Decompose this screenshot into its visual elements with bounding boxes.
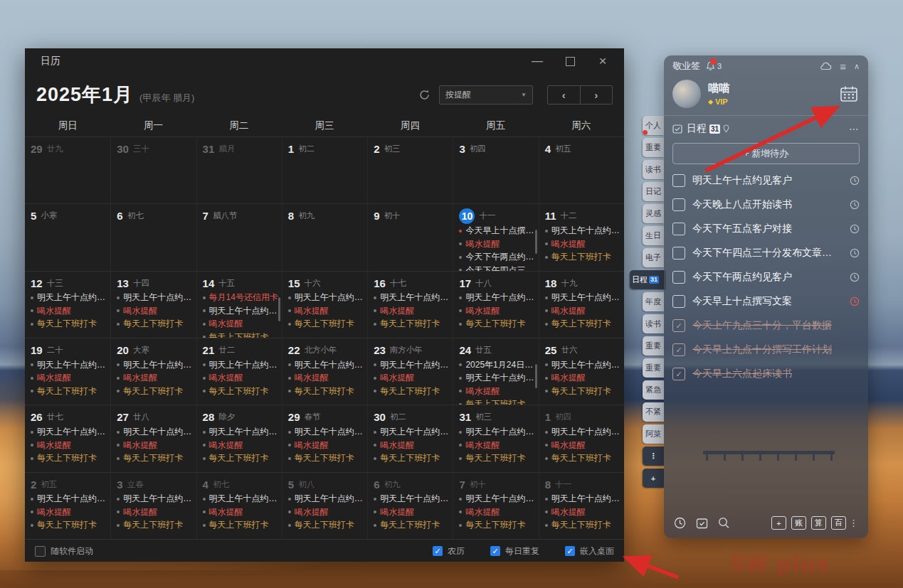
calendar-event[interactable]: 喝水提醒 xyxy=(545,237,621,251)
calendar-event[interactable]: 每天上下班打卡 xyxy=(288,519,364,533)
calendar-event[interactable]: 每天上下班打卡 xyxy=(374,519,449,533)
note-tab-+[interactable]: + xyxy=(643,469,664,488)
todo-item[interactable]: ✓今天上午九点三十分，平台数据 xyxy=(664,314,868,338)
todo-checkbox[interactable]: ✓ xyxy=(672,343,685,356)
calendar-event[interactable]: 每天上下班打卡 xyxy=(117,318,192,331)
section-more-button[interactable]: ⋯ xyxy=(849,123,860,134)
day-cell[interactable]: 10十一今天早上十点撰…喝水提醒今天下午两点约…今天下午四点三… xyxy=(453,203,538,270)
calendar-event[interactable]: 明天上午十点约… xyxy=(31,292,107,305)
calendar-event[interactable]: 每月14号还信用卡 xyxy=(203,292,278,305)
day-cell[interactable]: 5小寒 xyxy=(25,203,110,270)
calendar-event[interactable]: 明天上午十点约… xyxy=(288,292,364,305)
day-cell[interactable]: 23南方小年明天上午十点约…喝水提醒每天上下班打卡 xyxy=(367,338,453,405)
calendar-event[interactable]: 喝水提醒 xyxy=(459,506,534,519)
cloud-sync-icon[interactable] xyxy=(819,62,832,70)
day-cell[interactable]: 17十八明天上午十点约…喝水提醒每天上下班打卡 xyxy=(453,271,538,338)
add-todo-button[interactable]: + 新增待办 xyxy=(672,143,860,164)
avatar[interactable] xyxy=(672,80,701,108)
calendar-event[interactable]: 喝水提醒 xyxy=(117,372,192,385)
day-cell[interactable]: 31初三明天上午十点约…喝水提醒每天上下班打卡 xyxy=(453,405,538,471)
todo-item[interactable]: 今天早上十点撰写文案 xyxy=(664,289,868,314)
calendar-event[interactable]: 喝水提醒 xyxy=(31,372,107,385)
day-cell[interactable]: 22北方小年明天上午十点约…喝水提醒每天上下班打卡 xyxy=(282,338,367,405)
calendar-event[interactable]: 每天上下班打卡 xyxy=(374,318,449,331)
todo-item[interactable]: 明天上午十点约见客户 xyxy=(664,169,868,193)
note-tab-电子[interactable]: 电子 xyxy=(643,248,664,267)
calendar-event[interactable]: 喝水提醒 xyxy=(545,372,621,385)
day-cell[interactable]: 4初七明天上午十点约…喝水提醒每天上下班打卡 xyxy=(196,472,282,539)
note-tab-读书[interactable]: 读书 xyxy=(643,314,664,333)
note-tab-生日[interactable]: 生日 xyxy=(643,226,664,245)
calendar-event[interactable]: 明天上午十点约… xyxy=(545,425,621,439)
calendar-event[interactable]: 喝水提醒 xyxy=(117,506,192,519)
day-cell[interactable]: 14十五每月14号还信用卡明天上午十点约…喝水提醒每天上下班打卡 xyxy=(196,271,282,338)
toolbar-more-button[interactable]: ⋮ xyxy=(849,518,858,528)
notification-bell[interactable] xyxy=(706,61,715,71)
calendar-event[interactable]: 每天上下班打卡 xyxy=(31,451,107,465)
note-tab-⋮[interactable]: ⋮ xyxy=(643,447,664,466)
note-tab-阿菜[interactable]: 阿菜 xyxy=(643,424,664,444)
day-cell[interactable]: 8初九 xyxy=(282,203,367,270)
cell-scrollbar[interactable] xyxy=(535,230,537,254)
day-cell[interactable]: 2初五明天上午十点约…喝水提醒每天上下班打卡 xyxy=(25,472,110,539)
calendar-event[interactable]: 喝水提醒 xyxy=(203,318,278,331)
day-cell[interactable]: 5初八明天上午十点约…喝水提醒每天上下班打卡 xyxy=(282,472,367,539)
calendar-event[interactable]: 喝水提醒 xyxy=(31,439,107,452)
note-tab-重要[interactable]: 重要 xyxy=(643,138,664,157)
calendar-event[interactable]: 喝水提醒 xyxy=(203,506,278,519)
calendar-event[interactable]: 今天下午四点三… xyxy=(459,264,534,271)
calendar-event[interactable]: 喝水提醒 xyxy=(545,304,621,318)
calendar-event[interactable]: 喝水提醒 xyxy=(203,439,278,452)
day-cell[interactable]: 30初二明天上午十点约…喝水提醒每天上下班打卡 xyxy=(367,405,453,471)
calendar-event[interactable]: 明天上午十点约… xyxy=(117,358,192,372)
todo-item[interactable]: ✓今天早上九点十分撰写工作计划 xyxy=(664,338,868,362)
day-cell[interactable]: 4初五 xyxy=(539,137,624,203)
todo-item[interactable]: 今天下午五点客户对接 xyxy=(664,217,868,241)
calendar-event[interactable]: 每天上下班打卡 xyxy=(203,519,278,533)
calendar-event[interactable]: 每天上下班打卡 xyxy=(117,519,192,533)
day-cell[interactable]: 30三十 xyxy=(110,137,196,203)
note-tab-重要[interactable]: 重要 xyxy=(643,358,664,378)
calendar-event[interactable]: 每天上下班打卡 xyxy=(31,318,107,331)
calendar-event[interactable]: 明天上午十点约… xyxy=(459,425,534,439)
calendar-event[interactable]: 每天上下班打卡 xyxy=(545,318,621,331)
day-cell[interactable]: 1初四明天上午十点约…喝水提醒每天上下班打卡 xyxy=(539,405,624,471)
todo-checkbox[interactable] xyxy=(672,271,685,284)
calendar-event[interactable]: 喝水提醒 xyxy=(288,372,364,385)
calendar-event[interactable]: 喝水提醒 xyxy=(288,439,364,452)
day-cell[interactable]: 7腊八节 xyxy=(196,203,282,270)
calendar-event[interactable]: 2025年1月24日… xyxy=(459,358,534,372)
note-tab-紧急[interactable]: 紧急 xyxy=(643,380,664,400)
calendar-todo-icon[interactable] xyxy=(696,518,708,529)
calendar-event[interactable]: 喝水提醒 xyxy=(288,304,364,318)
filter-dropdown[interactable]: 按提醒 ▼ xyxy=(439,85,533,105)
todo-checkbox[interactable] xyxy=(672,198,685,211)
calendar-event[interactable]: 明天上午十点约… xyxy=(459,493,534,506)
calendar-event[interactable]: 明天上午十点约… xyxy=(31,493,107,506)
footer-checkbox[interactable]: ✓ xyxy=(433,546,443,556)
day-cell[interactable]: 21廿二明天上午十点约…喝水提醒每天上下班打卡 xyxy=(196,338,282,405)
note-tab-日记[interactable]: 日记 xyxy=(643,182,664,201)
calendar-event[interactable]: 明天上午十点约… xyxy=(545,292,621,305)
calendar-event[interactable]: 喝水提醒 xyxy=(117,304,192,318)
calendar-event[interactable]: 每天上下班打卡 xyxy=(31,385,107,398)
note-tab-读书[interactable]: 读书 xyxy=(643,160,664,179)
calendar-event[interactable]: 今天下午两点约… xyxy=(459,250,534,264)
calendar-event[interactable]: 每天上下班打卡 xyxy=(459,519,534,533)
cell-scrollbar[interactable] xyxy=(278,297,280,321)
day-cell[interactable]: 3立春明天上午十点约…喝水提醒每天上下班打卡 xyxy=(110,472,196,539)
calendar-event[interactable]: 每天上下班打卡 xyxy=(545,250,621,264)
next-month-button[interactable]: › xyxy=(580,86,613,104)
calendar-event[interactable]: 每天上下班打卡 xyxy=(117,451,192,465)
calendar-event[interactable]: 明天上午十点约… xyxy=(203,493,278,506)
day-cell[interactable]: 12十三明天上午十点约…喝水提醒每天上下班打卡 xyxy=(25,271,110,338)
calendar-event[interactable]: 每天上下班打卡 xyxy=(288,318,364,331)
calendar-event[interactable]: 喝水提醒 xyxy=(288,506,364,519)
calendar-event[interactable]: 喝水提醒 xyxy=(31,506,107,519)
calendar-event[interactable]: 每天上下班打卡 xyxy=(374,451,449,465)
todo-checkbox[interactable]: ✓ xyxy=(672,368,685,380)
toolbar-box-+[interactable]: + xyxy=(771,516,786,530)
calendar-event[interactable]: 喝水提醒 xyxy=(203,372,278,385)
day-cell[interactable]: 1初二 xyxy=(282,137,367,203)
calendar-event[interactable]: 明天上午十点约… xyxy=(117,292,192,305)
